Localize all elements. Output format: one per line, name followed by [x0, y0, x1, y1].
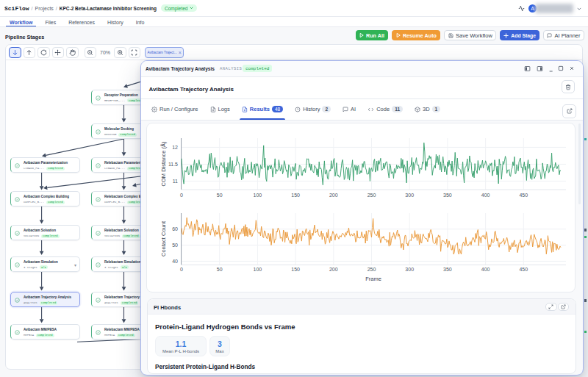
svg-text:400: 400 — [481, 193, 490, 198]
svg-text:50: 50 — [172, 243, 178, 248]
svg-text:11.5: 11.5 — [168, 162, 178, 167]
svg-text:40: 40 — [172, 258, 178, 263]
svg-text:Frame: Frame — [365, 276, 381, 282]
svg-text:200: 200 — [329, 267, 338, 272]
svg-text:50: 50 — [217, 267, 223, 272]
svg-text:100: 100 — [254, 267, 262, 272]
svg-text:250: 250 — [368, 193, 376, 198]
svg-text:250: 250 — [368, 267, 376, 272]
svg-text:Contact Count: Contact Count — [160, 220, 167, 256]
svg-text:COM Distance (Å): COM Distance (Å) — [160, 141, 167, 186]
svg-text:0: 0 — [180, 193, 183, 198]
svg-text:400: 400 — [481, 267, 490, 272]
svg-text:50: 50 — [217, 193, 223, 198]
svg-text:100: 100 — [254, 193, 262, 198]
svg-text:450: 450 — [519, 193, 528, 198]
svg-text:150: 150 — [291, 193, 300, 198]
svg-text:300: 300 — [405, 193, 414, 198]
svg-text:12: 12 — [172, 145, 178, 150]
svg-text:11: 11 — [173, 179, 178, 184]
svg-text:300: 300 — [405, 267, 414, 272]
svg-text:350: 350 — [443, 193, 452, 198]
svg-text:350: 350 — [443, 267, 452, 272]
svg-text:200: 200 — [329, 193, 338, 198]
svg-text:0: 0 — [180, 267, 183, 272]
svg-text:60: 60 — [172, 226, 178, 231]
svg-text:450: 450 — [519, 267, 528, 272]
svg-text:150: 150 — [291, 267, 300, 272]
